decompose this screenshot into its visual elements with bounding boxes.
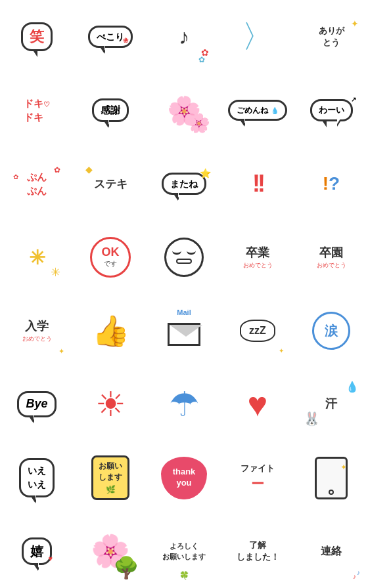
cell-sotsuен[interactable]: 卒園 おめでとう [294, 220, 368, 294]
renraku-text: 連絡 [321, 545, 342, 558]
envelope-icon [168, 323, 200, 346]
cell-matane[interactable]: またね ⭐ [147, 147, 221, 220]
yorokobi-text: 嬉 [30, 544, 43, 558]
tree-icon: 🌳 [113, 555, 139, 580]
thumbs-up-icon: 👍 [92, 313, 129, 348]
question-icon: ? [329, 173, 340, 194]
cell-faito[interactable]: ファイトー [221, 441, 294, 514]
cell-ryokai[interactable]: 了解しました！ [221, 514, 294, 588]
ieie-text: いえいえ [28, 464, 46, 492]
cell-arrow[interactable]: 〈 [221, 0, 294, 74]
asterisk-icon2: ✳ [51, 265, 60, 280]
yoroshiku-text: よろしくお願いします [162, 541, 206, 562]
umbrella-icon: ☂ [169, 385, 200, 424]
ok-text: OK [102, 246, 120, 259]
cell-tablet[interactable]: ✦ [294, 441, 368, 514]
cell-sotsugyo[interactable]: 卒業 おめでとう [221, 220, 294, 294]
thank-heart-shape: thankyou [161, 457, 207, 499]
cell-bye[interactable]: Bye [0, 368, 74, 441]
cell-thumb[interactable]: 👍 [74, 294, 147, 368]
onegai-box: お願いします 🌿 [91, 455, 129, 500]
cell-umbrella[interactable]: ☂ [147, 368, 221, 441]
cell-renraku[interactable]: 連絡 ♪ ♪ [294, 514, 368, 588]
cell-mail[interactable]: Mail [147, 294, 221, 368]
cell-nyugaku[interactable]: 入学 おめでとう ✦ [0, 294, 74, 368]
cell-exclaim[interactable]: !! [221, 147, 294, 220]
nyugaku-text: 入学 おめでとう [22, 318, 52, 343]
cell-doki[interactable]: ドキ♡ドキ [0, 74, 74, 147]
cell-zzz[interactable]: zzZ ✦ [221, 294, 294, 368]
bubble-bye: Bye [17, 391, 56, 417]
doki-text: ドキ♡ドキ [24, 96, 50, 124]
cell-warau[interactable]: 笑 [0, 0, 74, 74]
pun-text: ぷんぷん [27, 170, 47, 198]
sparkle-gold: ✦ [351, 18, 359, 29]
gomenne-text: ごめんね [237, 106, 268, 115]
ok-sub: です [104, 259, 117, 268]
faito-text: ファイトー [241, 463, 275, 493]
bubble-kansha: 感謝 [92, 98, 129, 122]
cell-onegai[interactable]: お願いします 🌿 [74, 441, 147, 514]
asterisk-icon: ✳ [29, 246, 45, 269]
cell-kansha[interactable]: 感謝 [74, 74, 147, 147]
cell-gomenne[interactable]: ごめんね 💧 [221, 74, 294, 147]
cell-face[interactable] [147, 220, 221, 294]
kansha-text: 感謝 [101, 104, 120, 116]
cell-pun[interactable]: ぷんぷん ✿ ✿ [0, 147, 74, 220]
cell-ok[interactable]: OK です [74, 220, 147, 294]
ryokai-text: 了解しました！ [237, 539, 279, 563]
ok-circle: OK です [90, 237, 131, 278]
cell-asterisk[interactable]: ✳ ✳ [0, 220, 74, 294]
bubble-gomenne: ごめんね 💧 [228, 100, 287, 121]
sun-icon: ☀ [95, 385, 126, 424]
cell-ieie[interactable]: いえいえ [0, 441, 74, 514]
exclaim-text: !! [252, 170, 263, 198]
cell-namida[interactable]: 涙 [294, 294, 368, 368]
diamond-icon: ◆ [85, 164, 93, 175]
namida-bubble: 涙 [312, 312, 350, 350]
bubble-pekori: ぺこり ❀ [88, 26, 133, 49]
ase-text: 汗 [325, 396, 337, 411]
sotsuен-text: 卒園 おめでとう [317, 245, 346, 270]
bubble-ieie: いえいえ [19, 458, 55, 497]
sleeping-face [164, 238, 204, 277]
cell-pekori[interactable]: ぺこり ❀ [74, 0, 147, 74]
wai-text: わーい [319, 105, 344, 115]
cell-yoroshiku[interactable]: よろしくお願いします 🍀 [147, 514, 221, 588]
cell-flowers[interactable]: 🌸 🌸 [147, 74, 221, 147]
cell-wai[interactable]: わーい ↗ [294, 74, 368, 147]
tablet-icon: ✦ [315, 457, 348, 499]
suteki-text: ステキ [94, 177, 127, 192]
flower-deco2: ✿ [198, 55, 205, 64]
bubble-yorokobi: 嬉 ♥ [22, 537, 52, 565]
emoji-grid: 笑 ぺこり ❀ ♪ ✿ ✿ 〈 ありがとう ✦ ドキ♡ドキ 感謝 🌸 [0, 0, 368, 588]
zzz-bubble: zzZ [240, 320, 275, 342]
cell-ase[interactable]: 汗 💧 🐰 [294, 368, 368, 441]
pekori-text: ぺこり [97, 32, 124, 42]
cell-heart[interactable]: ♥ [221, 368, 294, 441]
bubble-wai: わーい ↗ [310, 99, 353, 121]
warau-text: 笑 [30, 28, 44, 45]
heart-icon: ♥ [248, 385, 268, 424]
cell-arigatou[interactable]: ありがとう ✦ [294, 0, 368, 74]
cell-yorokobi[interactable]: 嬉 ♥ [0, 514, 74, 588]
cell-music[interactable]: ♪ ✿ ✿ [147, 0, 221, 74]
bubble-warau: 笑 [21, 22, 53, 51]
onegai-text: お願いします [99, 461, 122, 483]
mail-label: Mail [177, 308, 191, 316]
flower-cluster2: 🌸 [187, 112, 210, 134]
bye-text: Bye [26, 397, 47, 410]
cell-suteki[interactable]: ◆ ステキ [74, 147, 147, 220]
thank-text: thankyou [173, 467, 196, 489]
cell-thank[interactable]: thankyou [147, 441, 221, 514]
bubble-matane: またね ⭐ [162, 173, 206, 196]
cell-sakura-tree[interactable]: 🌸 🌳 [74, 514, 147, 588]
matane-text: またね [170, 178, 198, 189]
arigatou-text: ありがとう [319, 25, 344, 49]
cell-exclaim-q[interactable]: ! ? [294, 147, 368, 220]
arrow-icon: 〈 [242, 16, 273, 58]
cell-sun[interactable]: ☀ [74, 368, 147, 441]
exclaim-icon: ! [323, 173, 329, 194]
music-note: ♪ [179, 25, 189, 49]
sotsugyo-text: 卒業 おめでとう [243, 245, 273, 270]
